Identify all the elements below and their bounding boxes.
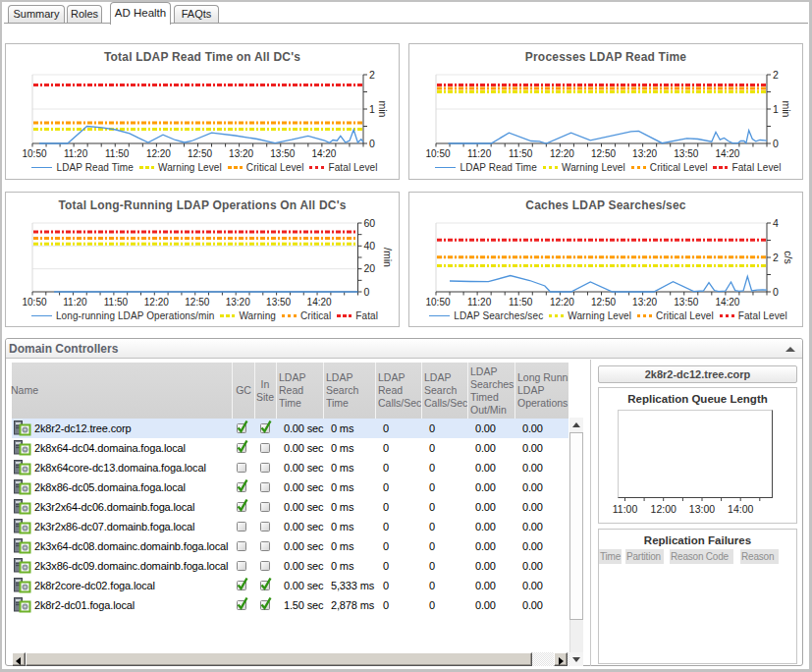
svg-text:2: 2 — [773, 69, 779, 81]
svg-text:13:20: 13:20 — [632, 148, 657, 159]
svg-text:12:50: 12:50 — [591, 297, 616, 308]
svg-text:11:20: 11:20 — [64, 148, 88, 159]
svg-text:/min: /min — [382, 248, 394, 267]
svg-text:11:00: 11:00 — [613, 503, 638, 515]
svg-text:11:50: 11:50 — [509, 148, 533, 159]
svg-text:14:20: 14:20 — [307, 297, 332, 308]
svg-text:14:20: 14:20 — [715, 297, 739, 308]
svg-text:10:50: 10:50 — [22, 148, 46, 159]
svg-text:12:50: 12:50 — [188, 148, 212, 159]
svg-text:2: 2 — [773, 252, 779, 263]
svg-text:12:20: 12:20 — [550, 297, 574, 308]
svg-text:13:50: 13:50 — [674, 297, 698, 308]
svg-text:13:20: 13:20 — [632, 297, 657, 308]
svg-text:60: 60 — [364, 217, 376, 229]
svg-text:0: 0 — [773, 286, 779, 298]
svg-text:min: min — [377, 101, 389, 118]
svg-text:11:50: 11:50 — [509, 297, 533, 308]
svg-text:c/s: c/s — [783, 251, 794, 263]
svg-text:40: 40 — [364, 240, 376, 252]
svg-text:11:20: 11:20 — [63, 297, 87, 308]
svg-text:13:20: 13:20 — [229, 148, 253, 159]
svg-text:12:20: 12:20 — [550, 148, 574, 159]
svg-text:13:50: 13:50 — [674, 148, 698, 159]
svg-text:12:50: 12:50 — [185, 297, 209, 308]
svg-text:14:20: 14:20 — [311, 148, 336, 159]
svg-text:0: 0 — [364, 286, 370, 298]
svg-text:10:50: 10:50 — [22, 297, 46, 308]
svg-text:11:20: 11:20 — [467, 297, 492, 308]
svg-text:13:00: 13:00 — [689, 503, 715, 515]
svg-text:2: 2 — [369, 69, 375, 81]
svg-text:14:00: 14:00 — [728, 503, 753, 515]
svg-text:12:20: 12:20 — [146, 148, 171, 159]
svg-text:13:20: 13:20 — [226, 297, 250, 308]
svg-text:14:20: 14:20 — [715, 148, 739, 159]
svg-text:0: 0 — [773, 138, 779, 149]
svg-text:4: 4 — [773, 217, 779, 229]
svg-text:13:50: 13:50 — [270, 148, 295, 159]
svg-text:13:50: 13:50 — [266, 297, 291, 308]
svg-text:12:00: 12:00 — [651, 503, 677, 515]
svg-text:min: min — [781, 101, 792, 118]
svg-text:12:20: 12:20 — [144, 297, 169, 308]
svg-text:10:50: 10:50 — [425, 297, 450, 308]
svg-text:11:50: 11:50 — [105, 148, 130, 159]
svg-text:1: 1 — [369, 103, 375, 115]
svg-text:1: 1 — [773, 103, 779, 115]
svg-text:12:50: 12:50 — [591, 148, 616, 159]
svg-text:11:20: 11:20 — [467, 148, 492, 159]
svg-text:10:50: 10:50 — [425, 148, 450, 159]
svg-text:20: 20 — [364, 262, 376, 274]
svg-text:0: 0 — [369, 138, 375, 149]
svg-text:11:50: 11:50 — [104, 297, 129, 308]
